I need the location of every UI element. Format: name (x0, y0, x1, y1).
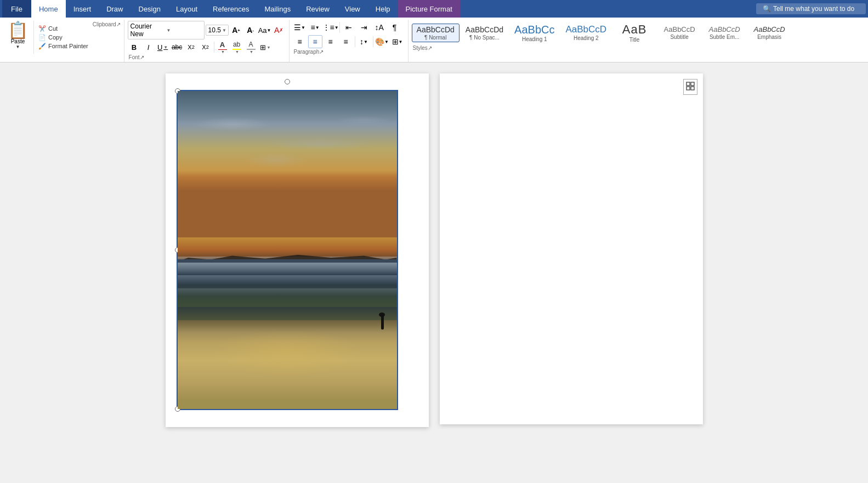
clear-formatting-button[interactable]: A✗ (273, 24, 286, 37)
font-size-value: 10.5 (208, 26, 221, 34)
font-size-selector[interactable]: 10.5 ▼ (206, 25, 229, 36)
para-borders-button[interactable]: ⊞▼ (390, 35, 405, 48)
style-h2-label: Heading 2 (574, 35, 599, 41)
shading-button[interactable]: 🎨▼ (375, 35, 389, 48)
search-box[interactable]: 🔍 Tell me what you want to do (756, 3, 866, 14)
style-h2-preview: AaBbCcD (565, 24, 606, 35)
decrease-indent-button[interactable]: ⇤ (342, 21, 356, 34)
tab-view[interactable]: View (337, 0, 368, 18)
paste-dropdown[interactable]: ▼ (16, 44, 20, 49)
superscript-button[interactable]: X2 (199, 41, 212, 54)
increase-indent-button[interactable]: ⇥ (357, 21, 371, 34)
numbered-list-button[interactable]: ≡▼ (308, 21, 322, 34)
rotate-handle[interactable] (285, 79, 290, 84)
styles-list: AaBbCcDd ¶ Normal AaBbCcDd ¶ No Spac... … (412, 21, 792, 44)
copy-label: Copy (48, 34, 63, 41)
align-right-button[interactable]: ≡ (324, 35, 338, 48)
tab-layout[interactable]: Layout (168, 0, 205, 18)
layout-icon[interactable] (683, 79, 697, 95)
decrease-font-button[interactable]: A- (244, 24, 257, 37)
style-subtle-em-preview: AaBbCcD (709, 25, 740, 34)
paste-label: Paste (11, 38, 25, 44)
align-center-button[interactable]: ≡ (308, 35, 322, 48)
font-expand-icon[interactable]: ↗ (140, 54, 144, 60)
align-left-button[interactable]: ≡ (293, 35, 307, 48)
cut-button[interactable]: ✂️ Cut (36, 25, 90, 33)
style-title-preview: AaB (622, 22, 647, 37)
tab-design[interactable]: Design (131, 0, 168, 18)
clipboard-group-label: Clipboard (93, 21, 116, 27)
style-h1-preview: AaBbCc (514, 23, 554, 36)
tab-help[interactable]: Help (368, 0, 398, 18)
show-marks-button[interactable]: ¶ (388, 21, 402, 34)
bullet-list-button[interactable]: ☰▼ (293, 21, 307, 34)
tab-mailings[interactable]: Mailings (257, 0, 299, 18)
style-subtitle-label: Subtitle (670, 34, 688, 40)
clipboard-expand-icon[interactable]: ↗ (116, 21, 121, 27)
text-shading-button[interactable]: A ▼ (245, 41, 258, 54)
italic-button[interactable]: I (142, 41, 155, 54)
cut-icon: ✂️ (38, 25, 46, 32)
change-case-button[interactable]: Aa▼ (258, 24, 271, 37)
style-normal[interactable]: AaBbCcDd ¶ Normal (412, 24, 459, 42)
underline-button[interactable]: U▼ (156, 41, 169, 54)
cut-label: Cut (48, 25, 58, 32)
sort-button[interactable]: ↕A (372, 21, 387, 34)
justify-button[interactable]: ≡ (339, 35, 353, 48)
font-family-dropdown-icon: ▼ (167, 28, 202, 33)
font-group: Courier New ▼ 10.5 ▼ A+ A- Aa▼ A✗ B I U▼ (124, 20, 290, 62)
tab-file[interactable]: File (2, 0, 31, 18)
strikethrough-button[interactable]: abc (171, 41, 184, 54)
style-emphasis[interactable]: AaBbCcD Emphasis (747, 24, 791, 42)
tab-insert[interactable]: Insert (66, 0, 99, 18)
style-heading2[interactable]: AaBbCcD Heading 2 (560, 22, 611, 43)
subscript-button[interactable]: X2 (185, 41, 198, 54)
paragraph-expand-icon[interactable]: ↗ (319, 49, 324, 55)
style-normal-label: ¶ Normal (424, 35, 446, 41)
format-painter-button[interactable]: 🖌️ Format Painter (36, 42, 90, 50)
style-emphasis-preview: AaBbCcD (754, 25, 785, 34)
svg-rect-0 (687, 82, 690, 86)
style-h1-label: Heading 1 (522, 36, 547, 42)
tab-home[interactable]: Home (31, 0, 66, 18)
style-nospace-label: ¶ No Spac... (469, 35, 500, 41)
tab-picture-format[interactable]: Picture Format (398, 0, 460, 18)
ribbon: 📋 Paste ▼ ✂️ Cut 📄 Copy 🖌️ (0, 18, 868, 62)
document-area (0, 62, 868, 469)
tab-review[interactable]: Review (298, 0, 337, 18)
highlight-color-button[interactable]: ab ▼ (230, 41, 243, 54)
paste-button[interactable]: 📋 Paste ▼ (4, 21, 31, 54)
tab-draw[interactable]: Draw (99, 0, 131, 18)
tab-references[interactable]: References (205, 0, 257, 18)
multilevel-list-button[interactable]: ⋮≡▼ (324, 21, 338, 34)
font-family-selector[interactable]: Courier New ▼ (128, 21, 205, 39)
style-title[interactable]: AaB Title (612, 21, 656, 44)
svg-rect-1 (691, 82, 694, 86)
search-placeholder: Tell me what you want to do (773, 5, 854, 13)
paragraph-group: ☰▼ ≡▼ ⋮≡▼ ⇤ ⇥ ↕A ¶ ≡ ≡ ≡ ≡ ↕▼ (290, 20, 409, 62)
svg-rect-3 (691, 87, 694, 90)
style-subtitle-preview: AaBbCcD (664, 25, 695, 34)
paste-icon: 📋 (8, 22, 28, 38)
font-family-value: Courier New (131, 22, 166, 38)
image-container[interactable] (177, 90, 398, 410)
borders-button[interactable]: ⊞▼ (259, 41, 272, 54)
menu-bar: File Home Insert Draw Design Layout Refe… (0, 0, 868, 18)
style-no-space[interactable]: AaBbCcDd ¶ No Spac... (461, 24, 508, 42)
increase-font-button[interactable]: A+ (230, 24, 243, 37)
clipboard-group: 📋 Paste ▼ ✂️ Cut 📄 Copy 🖌️ (2, 20, 124, 62)
layout-svg-icon (686, 82, 695, 90)
bold-button[interactable]: B (128, 41, 141, 54)
copy-button[interactable]: 📄 Copy (36, 33, 90, 42)
page-2 (440, 73, 703, 424)
font-color-button[interactable]: A ▼ (216, 41, 229, 54)
styles-expand-icon[interactable]: ↗ (428, 45, 432, 51)
document-pages (166, 73, 703, 458)
clipboard-group-footer: Clipboard ↗ (92, 21, 122, 28)
style-subtle-emphasis[interactable]: AaBbCcD Subtle Em... (702, 24, 746, 42)
line-spacing-button[interactable]: ↕▼ (357, 35, 371, 48)
style-heading1[interactable]: AaBbCc Heading 1 (509, 21, 559, 44)
format-painter-icon: 🖌️ (38, 43, 46, 50)
style-subtitle[interactable]: AaBbCcD Subtitle (657, 24, 701, 42)
style-title-label: Title (629, 37, 640, 43)
